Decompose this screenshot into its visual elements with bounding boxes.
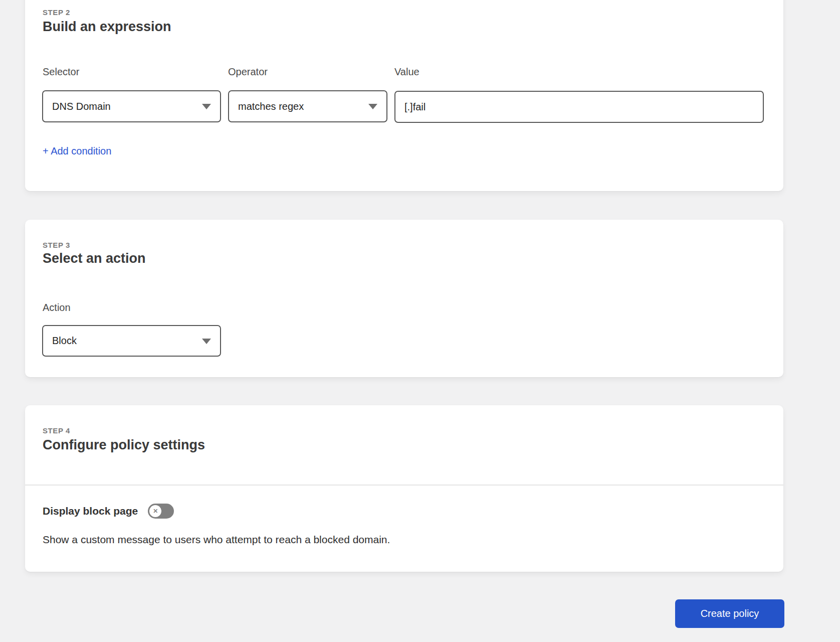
step2-card: STEP 2 Build an expression Selector Oper… [25,0,783,191]
chevron-down-icon [202,339,211,344]
step3-label: STEP 3 [43,241,70,249]
step2-title: Build an expression [43,19,171,35]
operator-dropdown-value: matches regex [238,101,304,112]
step4-label: STEP 4 [43,426,70,435]
chevron-down-icon [202,104,211,109]
display-block-page-description: Show a custom message to users who attem… [43,534,390,546]
action-label: Action [43,302,71,313]
create-policy-button[interactable]: Create policy [675,599,784,628]
action-dropdown-value: Block [52,335,77,347]
selector-dropdown-value: DNS Domain [52,101,111,112]
display-block-page-toggle[interactable]: ✕ [148,504,174,519]
add-condition-link[interactable]: + Add condition [43,145,111,157]
step2-label: STEP 2 [43,8,70,17]
operator-label: Operator [228,66,268,78]
value-input[interactable] [394,91,764,123]
operator-dropdown[interactable]: matches regex [228,90,387,122]
action-dropdown[interactable]: Block [42,325,221,357]
step4-title: Configure policy settings [43,437,205,453]
chevron-down-icon [368,104,377,109]
display-block-page-row: Display block page ✕ [43,504,174,519]
display-block-page-label: Display block page [43,505,138,517]
value-label: Value [394,66,419,78]
x-icon: ✕ [149,505,161,517]
card-divider [25,485,783,486]
step4-card: STEP 4 Configure policy settings Display… [25,405,783,572]
step3-card: STEP 3 Select an action Action Block [25,220,783,377]
selector-label: Selector [43,66,79,78]
step3-title: Select an action [43,251,146,266]
selector-dropdown[interactable]: DNS Domain [42,90,221,122]
